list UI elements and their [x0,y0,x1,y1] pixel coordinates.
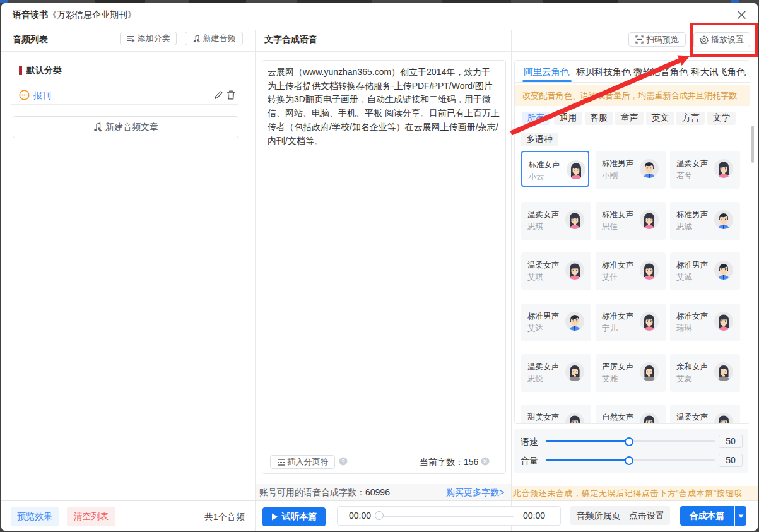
svg-text:?: ? [341,458,344,464]
